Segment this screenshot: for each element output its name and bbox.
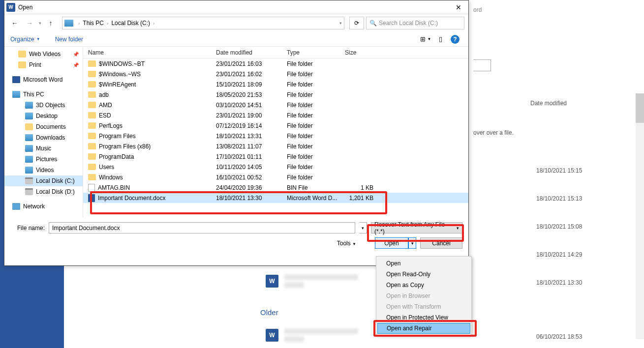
bg-recent-item[interactable]: W	[266, 274, 358, 288]
file-name: PerfLogs	[99, 122, 123, 129]
file-type: File folder	[282, 91, 340, 98]
tree-local-disk-c[interactable]: Local Disk (C:)	[4, 175, 83, 186]
breadcrumb-this-pc[interactable]: This PC	[83, 20, 104, 27]
menu-open-readonly[interactable]: Open Read-Only	[377, 269, 470, 280]
bg-date: 18/10/2021 15:13	[536, 195, 582, 202]
bg-hover-text: over over a file.	[473, 129, 514, 136]
tree-documents[interactable]: Documents	[4, 121, 83, 132]
history-dropdown[interactable]: ▾	[38, 21, 42, 26]
folder-tree[interactable]: Web Videos📌 Print📌 Microsoft Word This P…	[4, 47, 83, 217]
file-row[interactable]: Program Files18/10/2021 13:31File folder	[83, 131, 468, 141]
tree-network[interactable]: Network	[4, 201, 83, 212]
file-name: Important Document.docx	[98, 195, 165, 202]
preview-pane-button[interactable]: ▯	[435, 34, 446, 45]
file-row[interactable]: AMTAG.BIN24/04/2020 19:36BIN File1 KB	[83, 182, 468, 193]
disk-icon	[25, 177, 33, 184]
file-row[interactable]: $WinREAgent15/10/2021 18:09File folder	[83, 79, 468, 89]
new-folder-button[interactable]: New folder	[55, 36, 83, 43]
file-row[interactable]: Users10/11/2020 14:05File folder	[83, 162, 468, 172]
col-date[interactable]: Date modified	[211, 49, 282, 56]
tree-local-disk-d[interactable]: Local Disk (D:)	[4, 186, 83, 197]
file-date: 23/01/2021 16:03	[211, 60, 282, 67]
downloads-icon	[25, 134, 33, 141]
open-button[interactable]: Open	[375, 237, 408, 249]
file-type: File folder	[282, 81, 340, 88]
menu-open-protected-view[interactable]: Open in Protected View	[377, 312, 470, 323]
tree-pictures[interactable]: Pictures	[4, 154, 83, 165]
word-icon	[12, 76, 20, 83]
open-split-button[interactable]: ▾	[408, 237, 416, 249]
refresh-button[interactable]: ⟳	[349, 17, 364, 29]
menu-open-with-transform: Open with Transform	[377, 301, 470, 312]
file-row[interactable]: Important Document.docx18/10/2021 13:30M…	[83, 193, 468, 203]
chevron-down-icon: ▼	[36, 37, 40, 41]
bg-scrollbar[interactable]	[636, 93, 644, 339]
dialog-titlebar: W Open ✕	[4, 0, 468, 14]
menu-open-and-repair[interactable]: Open and Repair	[377, 323, 470, 334]
file-row[interactable]: $WINDOWS.~BT23/01/2021 16:03File folder	[83, 58, 468, 69]
tree-music[interactable]: Music	[4, 143, 83, 154]
tree-this-pc[interactable]: This PC	[4, 89, 83, 100]
menu-open[interactable]: Open	[377, 258, 470, 269]
folder-icon	[88, 174, 96, 180]
tree-microsoft-word[interactable]: Microsoft Word	[4, 74, 83, 85]
file-date: 16/10/2021 00:52	[211, 174, 282, 181]
menu-open-as-copy[interactable]: Open as Copy	[377, 280, 470, 290]
up-button[interactable]: ↑	[44, 17, 57, 29]
col-size[interactable]: Size	[340, 49, 379, 56]
file-list: Name Date modified Type Size $WINDOWS.~B…	[83, 47, 468, 217]
file-date: 18/10/2021 13:30	[211, 195, 282, 202]
pc-icon	[12, 91, 20, 98]
breadcrumb-local-disk-c[interactable]: Local Disk (C:)	[111, 20, 150, 27]
back-button[interactable]: ←	[8, 17, 21, 29]
filename-input[interactable]	[49, 222, 355, 233]
search-placeholder: Search Local Disk (C:)	[379, 20, 438, 27]
file-date: 07/12/2019 16:14	[211, 122, 282, 129]
bg-older-label: Older	[260, 308, 278, 317]
tools-menu[interactable]: Tools ▼	[337, 240, 356, 247]
search-input[interactable]: 🔍 Search Local Disk (C:)	[366, 17, 464, 29]
address-bar[interactable]: › This PC › Local Disk (C:) › ▾	[62, 17, 344, 29]
file-row[interactable]: PerfLogs07/12/2019 16:14File folder	[83, 120, 468, 131]
col-type[interactable]: Type	[282, 49, 340, 56]
bg-col-date-modified: Date modified	[530, 100, 567, 107]
help-button[interactable]: ?	[450, 34, 460, 45]
filetype-filter-dropdown[interactable]: Recover Text from Any File (*.*) ▾	[371, 222, 462, 233]
nav-toolbar: ← → ▾ ↑ › This PC › Local Disk (C:) › ▾ …	[4, 14, 468, 32]
tree-desktop[interactable]: Desktop	[4, 111, 83, 121]
close-button[interactable]: ✕	[451, 1, 466, 13]
folder-icon	[88, 71, 96, 77]
file-row[interactable]: Windows16/10/2021 00:52File folder	[83, 172, 468, 182]
file-type: File folder	[282, 71, 340, 78]
file-name: ProgramData	[99, 153, 134, 160]
chevron-down-icon[interactable]: ▾	[337, 21, 342, 26]
file-type: File folder	[282, 102, 340, 109]
filename-dropdown[interactable]: ▾	[359, 222, 367, 233]
cancel-button[interactable]: Cancel	[420, 237, 462, 249]
pin-icon: 📌	[73, 52, 79, 57]
file-name: Users	[99, 164, 114, 171]
file-row[interactable]: ProgramData17/10/2021 01:11File folder	[83, 151, 468, 162]
tree-downloads[interactable]: Downloads	[4, 132, 83, 143]
forward-button[interactable]: →	[23, 17, 36, 29]
view-options-button[interactable]: ⊞▼	[420, 34, 431, 45]
file-row[interactable]: Program Files (x86)13/08/2021 11:07File …	[83, 141, 468, 151]
drive-icon	[64, 20, 73, 27]
tree-print[interactable]: Print📌	[4, 59, 83, 70]
organize-menu[interactable]: Organize▼	[10, 36, 40, 43]
tree-web-videos[interactable]: Web Videos📌	[4, 49, 83, 59]
file-type: File folder	[282, 153, 340, 160]
bg-scroll-thumb[interactable]	[636, 93, 644, 123]
file-row[interactable]: AMD03/10/2020 14:51File folder	[83, 100, 468, 110]
word-icon	[88, 194, 95, 202]
file-date: 23/01/2021 19:00	[211, 112, 282, 119]
chevron-down-icon: ▾	[457, 226, 459, 231]
tree-videos[interactable]: Videos	[4, 165, 83, 175]
file-row[interactable]: $Windows.~WS23/01/2021 16:02File folder	[83, 69, 468, 79]
col-name[interactable]: Name	[83, 49, 211, 56]
file-row[interactable]: ESD23/01/2021 19:00File folder	[83, 110, 468, 120]
music-icon	[25, 145, 33, 152]
tree-3d-objects[interactable]: 3D Objects	[4, 100, 83, 111]
file-row[interactable]: adb18/05/2020 21:53File folder	[83, 89, 468, 100]
bg-recent-item[interactable]: W	[266, 328, 358, 342]
